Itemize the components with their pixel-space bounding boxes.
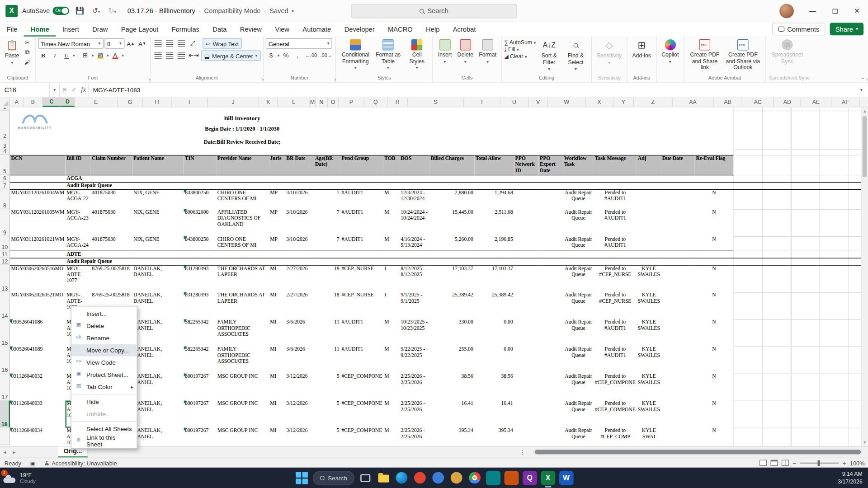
cell[interactable] (637, 209, 661, 236)
queue-label-audit-repair-queue[interactable]: Audit Repair Queue (66, 182, 734, 189)
save-icon[interactable]: 💾 (74, 7, 86, 15)
empty-cell[interactable] (10, 258, 66, 265)
cell[interactable]: 5 (314, 374, 340, 401)
cell[interactable]: 831280393 (184, 292, 216, 319)
empty-cells[interactable] (734, 108, 868, 111)
cell[interactable]: MP (269, 236, 285, 251)
cell[interactable]: N (695, 428, 734, 446)
column-header-z[interactable]: Z (634, 98, 673, 107)
cell[interactable]: N (695, 347, 734, 374)
cell[interactable]: Pended to #CEP_NURSE (594, 292, 637, 319)
cell[interactable]: 17,103.37 (474, 265, 514, 292)
cell[interactable]: I (383, 292, 400, 319)
cell[interactable]: KYLE SWAILES (637, 265, 661, 292)
cell[interactable]: 9/22/2025 - 9/22/2025 (400, 347, 429, 374)
orientation-icon[interactable]: ⤢ (188, 38, 198, 48)
align-top-icon[interactable] (152, 38, 163, 48)
sort-filter-button[interactable]: A↓Z Sort & Filter▾ (536, 38, 562, 72)
weather-widget[interactable]: 1 19°F Cloudy (3, 472, 35, 484)
align-middle-icon[interactable] (164, 38, 175, 48)
cell[interactable]: 17,103.37 (429, 265, 474, 292)
cell[interactable]: 3/10/2026 (285, 189, 314, 209)
cell[interactable]: M (383, 374, 400, 401)
sensitivity-button[interactable]: ◇ Sensitivity▾ (594, 38, 624, 66)
cell[interactable]: 2/25/2026 - 2/25/2026 (400, 428, 429, 446)
cell[interactable] (514, 319, 538, 347)
cell[interactable]: FAMILY ORTHOPEDIC ASSOCIATES (216, 319, 269, 347)
empty-cells[interactable] (734, 251, 868, 258)
cell[interactable]: N (695, 401, 734, 428)
taskbar-app-chrome-browser-icon[interactable] (468, 470, 482, 485)
cell[interactable]: #AUDIT1 (340, 189, 383, 209)
cell[interactable]: KYLE SWAILES (637, 347, 661, 374)
cell[interactable]: MI (269, 292, 285, 319)
cell[interactable]: 401875030 (91, 236, 132, 251)
context-menu-item-view-code[interactable]: <>View Code (71, 357, 137, 369)
empty-cells[interactable] (734, 155, 868, 175)
row-header-9[interactable]: 9 (0, 209, 10, 236)
ribbon-tab-insert[interactable]: Insert (56, 23, 85, 36)
document-title[interactable]: 03.17.26 - BillInventory - Compatibility… (127, 0, 294, 22)
cell[interactable]: MGY031120261005WM (10, 209, 66, 236)
cell[interactable]: 5 (314, 401, 340, 428)
empty-cells[interactable] (734, 175, 868, 182)
cell[interactable] (661, 428, 695, 446)
cell[interactable]: 2/25/2026 - 2/25/2026 (400, 401, 429, 428)
column-header-ab[interactable]: AB (713, 98, 742, 107)
cell[interactable]: Pended to #AUDIT1 (594, 347, 637, 374)
autosave-switch-icon[interactable]: On (52, 7, 69, 15)
column-header-v[interactable]: V (528, 98, 548, 107)
create-pdf-share-link-button[interactable]: PDF Create PDF and Share link (686, 38, 723, 71)
zoom-out-icon[interactable]: − (793, 460, 796, 466)
search-box[interactable]: Search (351, 4, 517, 19)
column-header-aa[interactable]: AA (673, 98, 714, 107)
context-menu-item-delete[interactable]: ▦Delete (71, 320, 137, 332)
cell[interactable]: Audit Repair Queue (563, 401, 594, 428)
cell[interactable]: 10/24/2024 - 10/24/2024 (400, 209, 429, 236)
cell[interactable]: Audit Repair Queue (563, 189, 594, 209)
share-button[interactable]: Share▾ (830, 23, 863, 35)
cell[interactable]: 3/10/2026 (285, 236, 314, 251)
cell[interactable] (514, 374, 538, 401)
cell[interactable]: #CEP_COMPONE (340, 401, 383, 428)
create-pdf-share-outlook-button[interactable]: PDF Create PDF and Share via Outlook (723, 38, 763, 71)
cell[interactable]: Pended to #AUDIT1 (594, 189, 637, 209)
cell[interactable]: 7 (314, 236, 340, 251)
cell[interactable]: MI (269, 428, 285, 446)
macro-record-icon[interactable]: ▣ (26, 460, 40, 466)
cell[interactable] (514, 265, 538, 292)
cell[interactable]: 2/25/2026 - 2/25/2026 (400, 374, 429, 401)
cell[interactable]: Pended to #AUDIT1 (594, 209, 637, 236)
empty-cell[interactable] (10, 175, 66, 182)
vertical-scrollbar[interactable]: ▲ ▼ (861, 108, 868, 446)
cell[interactable]: DANEILAK, DANIEL (132, 265, 184, 292)
fill-button[interactable]: ⤓ Fill ▾ (504, 46, 536, 53)
taskbar-app-app-blue-icon[interactable] (431, 470, 446, 485)
column-header-x[interactable]: X (586, 98, 613, 107)
cell[interactable]: 4/16/2024 - 5/13/2024 (400, 236, 429, 251)
cell[interactable]: #AUDIT1 (340, 347, 383, 374)
empty-cells[interactable] (734, 182, 868, 189)
row-header-2[interactable]: 2 (0, 111, 10, 140)
cell[interactable]: N (695, 209, 734, 236)
row-header-16[interactable]: 16 (0, 347, 10, 374)
cell[interactable] (661, 401, 695, 428)
cell[interactable]: 38.56 (474, 374, 514, 401)
cell[interactable]: MSC GROUP INC (216, 401, 269, 428)
taskbar-app-app-red-icon[interactable] (413, 470, 427, 485)
column-header-n[interactable]: N (316, 98, 328, 107)
row-header-12[interactable]: 12 (0, 258, 10, 265)
enter-icon[interactable]: ✓ (71, 86, 76, 94)
empty-cells[interactable] (734, 258, 868, 265)
cell[interactable] (661, 319, 695, 347)
cell[interactable]: MGY-ACGA-23 (66, 209, 91, 236)
cell[interactable]: 030526041089 (10, 347, 66, 374)
cell[interactable] (514, 209, 538, 236)
horizontal-scrollbar[interactable] (533, 449, 863, 455)
cell[interactable]: 0.00 (474, 347, 514, 374)
column-header-u[interactable]: U (500, 98, 528, 107)
cancel-icon[interactable]: ✕ (62, 86, 67, 94)
conditional-formatting-button[interactable]: Conditional Formatting▾ (338, 38, 373, 71)
cell[interactable] (661, 265, 695, 292)
cell[interactable]: 031126040032 (10, 374, 66, 401)
